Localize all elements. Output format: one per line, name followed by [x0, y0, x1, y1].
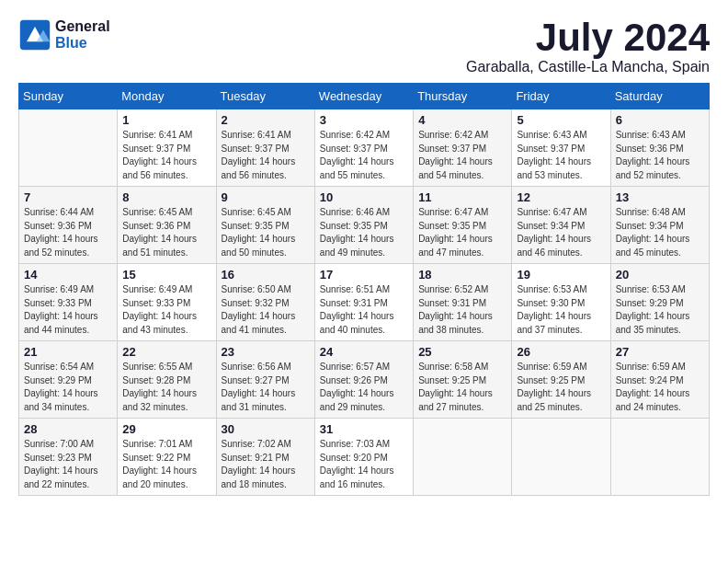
day-number: 23	[222, 345, 310, 359]
day-number: 31	[320, 422, 408, 436]
day-number: 17	[320, 268, 408, 282]
day-number: 16	[222, 268, 310, 282]
calendar-week-4: 21Sunrise: 6:54 AM Sunset: 9:29 PM Dayli…	[19, 341, 710, 419]
calendar-week-5: 28Sunrise: 7:00 AM Sunset: 9:23 PM Dayli…	[19, 419, 710, 496]
day-number: 30	[222, 422, 310, 436]
day-number: 28	[24, 422, 112, 436]
calendar-cell: 5Sunrise: 6:43 AM Sunset: 9:37 PM Daylig…	[512, 109, 610, 187]
day-info: Sunrise: 6:53 AM Sunset: 9:29 PM Dayligh…	[616, 283, 704, 337]
calendar-cell: 21Sunrise: 6:54 AM Sunset: 9:29 PM Dayli…	[19, 341, 118, 419]
calendar-cell: 7Sunrise: 6:44 AM Sunset: 9:36 PM Daylig…	[19, 187, 118, 264]
day-info: Sunrise: 6:49 AM Sunset: 9:33 PM Dayligh…	[24, 283, 112, 337]
day-number: 18	[418, 268, 506, 282]
header-friday: Friday	[512, 84, 610, 109]
day-number: 21	[24, 345, 112, 359]
day-info: Sunrise: 6:51 AM Sunset: 9:31 PM Dayligh…	[320, 283, 408, 337]
day-info: Sunrise: 7:00 AM Sunset: 9:23 PM Dayligh…	[24, 438, 112, 491]
calendar-cell	[610, 419, 709, 496]
calendar-cell: 10Sunrise: 6:46 AM Sunset: 9:35 PM Dayli…	[314, 187, 413, 264]
day-info: Sunrise: 6:42 AM Sunset: 9:37 PM Dayligh…	[320, 129, 408, 182]
day-number: 9	[222, 190, 310, 204]
calendar-header-row: SundayMondayTuesdayWednesdayThursdayFrid…	[19, 84, 710, 109]
page-header: General Blue July 2024 Garaballa, Castil…	[18, 18, 710, 75]
location-subtitle: Garaballa, Castille-La Mancha, Spain	[466, 59, 710, 75]
calendar-cell: 18Sunrise: 6:52 AM Sunset: 9:31 PM Dayli…	[414, 264, 512, 341]
header-tuesday: Tuesday	[216, 84, 314, 109]
day-info: Sunrise: 6:45 AM Sunset: 9:36 PM Dayligh…	[122, 206, 210, 259]
day-info: Sunrise: 6:41 AM Sunset: 9:37 PM Dayligh…	[122, 129, 210, 182]
header-saturday: Saturday	[610, 84, 709, 109]
day-info: Sunrise: 6:45 AM Sunset: 9:35 PM Dayligh…	[222, 206, 310, 259]
calendar-cell: 24Sunrise: 6:57 AM Sunset: 9:26 PM Dayli…	[314, 341, 413, 419]
day-number: 20	[616, 268, 704, 282]
calendar-cell: 1Sunrise: 6:41 AM Sunset: 9:37 PM Daylig…	[118, 109, 216, 187]
day-info: Sunrise: 6:43 AM Sunset: 9:36 PM Dayligh…	[616, 129, 704, 182]
day-number: 7	[24, 190, 112, 204]
header-thursday: Thursday	[414, 84, 512, 109]
calendar-cell: 25Sunrise: 6:58 AM Sunset: 9:25 PM Dayli…	[414, 341, 512, 419]
calendar-cell: 11Sunrise: 6:47 AM Sunset: 9:35 PM Dayli…	[414, 187, 512, 264]
day-number: 2	[222, 113, 310, 127]
calendar-week-3: 14Sunrise: 6:49 AM Sunset: 9:33 PM Dayli…	[19, 264, 710, 341]
calendar-cell: 30Sunrise: 7:02 AM Sunset: 9:21 PM Dayli…	[216, 419, 314, 496]
calendar-cell: 22Sunrise: 6:55 AM Sunset: 9:28 PM Dayli…	[118, 341, 216, 419]
day-number: 4	[418, 113, 506, 127]
day-number: 24	[320, 345, 408, 359]
day-number: 13	[616, 190, 704, 204]
header-wednesday: Wednesday	[314, 84, 413, 109]
calendar-cell: 28Sunrise: 7:00 AM Sunset: 9:23 PM Dayli…	[19, 419, 118, 496]
calendar-cell: 2Sunrise: 6:41 AM Sunset: 9:37 PM Daylig…	[216, 109, 314, 187]
day-number: 29	[122, 422, 210, 436]
month-title: July 2024	[466, 18, 710, 57]
logo-icon	[18, 18, 51, 52]
day-info: Sunrise: 6:54 AM Sunset: 9:29 PM Dayligh…	[24, 361, 112, 414]
calendar-cell: 31Sunrise: 7:03 AM Sunset: 9:20 PM Dayli…	[314, 419, 413, 496]
calendar-cell: 26Sunrise: 6:59 AM Sunset: 9:25 PM Dayli…	[512, 341, 610, 419]
logo-text: General Blue	[55, 18, 110, 52]
day-number: 25	[418, 345, 506, 359]
day-number: 26	[517, 345, 605, 359]
day-info: Sunrise: 6:47 AM Sunset: 9:35 PM Dayligh…	[418, 206, 506, 259]
header-monday: Monday	[118, 84, 216, 109]
calendar-cell: 3Sunrise: 6:42 AM Sunset: 9:37 PM Daylig…	[314, 109, 413, 187]
day-number: 6	[616, 113, 704, 127]
calendar-cell	[512, 419, 610, 496]
day-info: Sunrise: 6:43 AM Sunset: 9:37 PM Dayligh…	[517, 129, 605, 182]
day-number: 11	[418, 190, 506, 204]
day-number: 1	[122, 113, 210, 127]
day-info: Sunrise: 6:59 AM Sunset: 9:25 PM Dayligh…	[517, 361, 605, 414]
calendar-cell	[414, 419, 512, 496]
day-info: Sunrise: 6:58 AM Sunset: 9:25 PM Dayligh…	[418, 361, 506, 414]
day-info: Sunrise: 6:48 AM Sunset: 9:34 PM Dayligh…	[616, 206, 704, 259]
calendar-table: SundayMondayTuesdayWednesdayThursdayFrid…	[18, 83, 710, 496]
day-info: Sunrise: 6:47 AM Sunset: 9:34 PM Dayligh…	[517, 206, 605, 259]
calendar-cell: 17Sunrise: 6:51 AM Sunset: 9:31 PM Dayli…	[314, 264, 413, 341]
calendar-week-2: 7Sunrise: 6:44 AM Sunset: 9:36 PM Daylig…	[19, 187, 710, 264]
calendar-cell: 14Sunrise: 6:49 AM Sunset: 9:33 PM Dayli…	[19, 264, 118, 341]
day-number: 12	[517, 190, 605, 204]
day-number: 19	[517, 268, 605, 282]
calendar-cell: 8Sunrise: 6:45 AM Sunset: 9:36 PM Daylig…	[118, 187, 216, 264]
day-info: Sunrise: 6:52 AM Sunset: 9:31 PM Dayligh…	[418, 283, 506, 337]
calendar-cell	[19, 109, 118, 187]
calendar-cell: 29Sunrise: 7:01 AM Sunset: 9:22 PM Dayli…	[118, 419, 216, 496]
day-info: Sunrise: 7:01 AM Sunset: 9:22 PM Dayligh…	[122, 438, 210, 491]
day-number: 3	[320, 113, 408, 127]
day-number: 14	[24, 268, 112, 282]
day-info: Sunrise: 6:59 AM Sunset: 9:24 PM Dayligh…	[616, 361, 704, 414]
calendar-cell: 13Sunrise: 6:48 AM Sunset: 9:34 PM Dayli…	[610, 187, 709, 264]
day-info: Sunrise: 6:42 AM Sunset: 9:37 PM Dayligh…	[418, 129, 506, 182]
day-number: 15	[122, 268, 210, 282]
calendar-cell: 9Sunrise: 6:45 AM Sunset: 9:35 PM Daylig…	[216, 187, 314, 264]
calendar-cell: 4Sunrise: 6:42 AM Sunset: 9:37 PM Daylig…	[414, 109, 512, 187]
header-sunday: Sunday	[19, 84, 118, 109]
day-number: 22	[122, 345, 210, 359]
calendar-cell: 27Sunrise: 6:59 AM Sunset: 9:24 PM Dayli…	[610, 341, 709, 419]
day-info: Sunrise: 6:56 AM Sunset: 9:27 PM Dayligh…	[222, 361, 310, 414]
calendar-cell: 16Sunrise: 6:50 AM Sunset: 9:32 PM Dayli…	[216, 264, 314, 341]
calendar-cell: 23Sunrise: 6:56 AM Sunset: 9:27 PM Dayli…	[216, 341, 314, 419]
day-info: Sunrise: 6:46 AM Sunset: 9:35 PM Dayligh…	[320, 206, 408, 259]
calendar-week-1: 1Sunrise: 6:41 AM Sunset: 9:37 PM Daylig…	[19, 109, 710, 187]
title-section: July 2024 Garaballa, Castille-La Mancha,…	[466, 18, 710, 75]
day-number: 5	[517, 113, 605, 127]
